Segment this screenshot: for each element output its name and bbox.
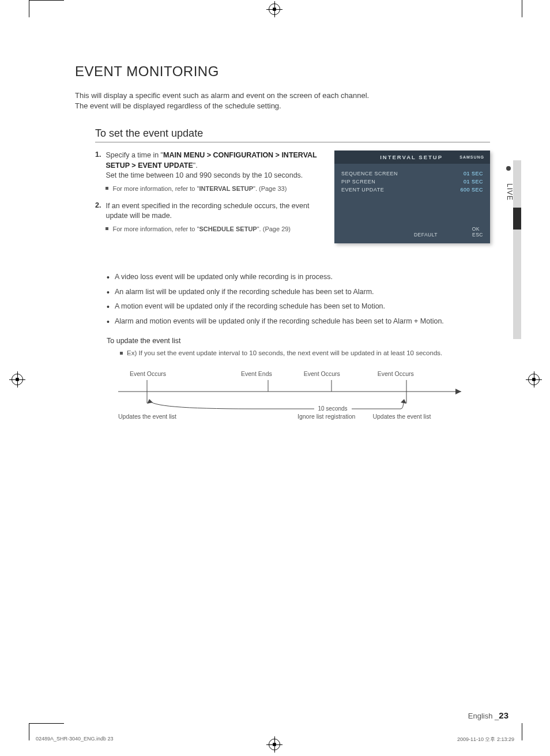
svg-text:10 seconds: 10 seconds	[318, 405, 347, 412]
osd-default: DEFAULT	[414, 232, 438, 238]
step-text: Set the time between 10 and 990 seconds …	[106, 171, 303, 179]
bullet: A motion event will be updated only if t…	[107, 302, 490, 312]
registration-mark-icon	[12, 374, 23, 385]
osd-row-label: PIP SCREEN	[341, 179, 375, 185]
note: For more information, refer to "INTERVAL…	[106, 185, 326, 193]
osd-row-label: SEQUENCE SCREEN	[341, 171, 398, 176]
timeline-label: Event Ends	[241, 370, 272, 377]
step-number: 2.	[95, 201, 101, 234]
osd-row-value: 600 SEC	[460, 187, 483, 193]
section-title: EVENT MONITORING	[75, 63, 490, 80]
osd-title: INTERVAL SETUP	[363, 154, 459, 160]
timeline-label: Event Occurs	[378, 370, 414, 377]
dot-icon	[506, 166, 511, 171]
step-text: Specify a time in "	[106, 151, 163, 159]
step-1: 1. Specify a time in "MAIN MENU > CONFIG…	[95, 151, 326, 193]
timeline-label: Event Occurs	[130, 370, 166, 377]
intro-line: The event will be displayed regardless o…	[75, 101, 490, 110]
sub-heading: To set the event update	[95, 127, 490, 142]
step-number: 1.	[95, 151, 101, 193]
svg-marker-6	[147, 399, 153, 404]
osd-panel: INTERVAL SETUP SAMSUNG SEQUENCE SCREEN 0…	[334, 151, 490, 243]
osd-ok: OK	[341, 226, 483, 232]
intro-line: This will display a specific event such …	[75, 91, 490, 100]
page-footer: English _23	[468, 710, 508, 720]
osd-row-value: 01 SEC	[464, 179, 483, 185]
registration-mark-icon	[269, 3, 280, 15]
bullet: An alarm list will be updated only if th…	[107, 287, 490, 298]
timeline-label: Updates the event list	[118, 413, 176, 420]
side-tab-label: LIVE	[506, 183, 514, 201]
registration-mark-icon	[528, 374, 540, 385]
timeline-label: Ignore list registration	[297, 413, 355, 420]
osd-row: EVENT UPDATE 600 SEC	[341, 186, 483, 194]
timeline-label: Event Occurs	[304, 370, 340, 377]
timeline-label: Updates the event list	[372, 413, 431, 420]
osd-row: PIP SCREEN 01 SEC	[341, 178, 483, 186]
sub-title: To update the event list	[107, 337, 490, 345]
step-text: ".	[193, 161, 198, 170]
osd-row-value: 01 SEC	[464, 171, 483, 176]
step-text: If an event specified in the recording s…	[106, 202, 309, 220]
bullet: A video loss event will be updated only …	[107, 272, 490, 283]
note: For more information, refer to "SCHEDULE…	[106, 225, 326, 234]
svg-marker-1	[455, 389, 461, 394]
bullet: Alarm and motion events will be updated …	[107, 317, 490, 327]
osd-esc: ESC	[472, 232, 483, 238]
timeline-svg: 10 seconds	[107, 377, 476, 412]
example-text: Ex) If you set the event update interval…	[120, 349, 490, 356]
step-2: 2. If an event specified in the recordin…	[95, 201, 326, 234]
osd-row: SEQUENCE SCREEN 01 SEC	[341, 170, 483, 178]
osd-logo: SAMSUNG	[459, 155, 484, 159]
svg-marker-7	[401, 399, 406, 404]
side-tab: LIVE	[503, 149, 520, 339]
osd-row-label: EVENT UPDATE	[341, 187, 384, 193]
timeline-diagram: Event Occurs Event Ends Event Occurs Eve…	[107, 370, 476, 420]
